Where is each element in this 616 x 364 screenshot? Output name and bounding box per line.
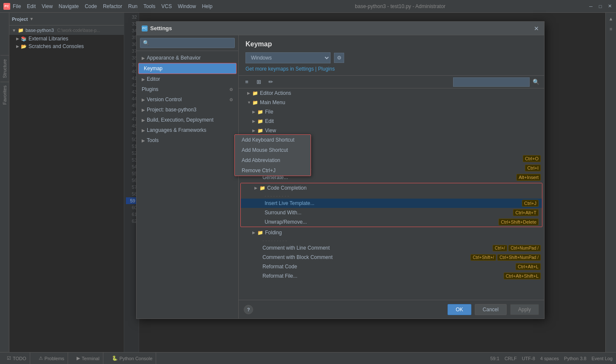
sort-by-shortcut-btn[interactable]: ≡ bbox=[242, 77, 251, 87]
nav-keymap[interactable]: Keymap bbox=[138, 63, 237, 74]
nav-editor[interactable]: ▶ Editor bbox=[137, 74, 238, 84]
project-root[interactable]: ▼ 📁 base-python3 C:\work-code\base-p... bbox=[9, 26, 124, 35]
menu-edit[interactable]: Edit bbox=[27, 3, 36, 9]
context-remove-shortcut[interactable]: Remove Ctrl+J bbox=[235, 165, 311, 176]
sidebar-item-external-libraries[interactable]: ▶ 📚 External Libraries bbox=[9, 35, 124, 43]
nav-appearance[interactable]: ▶ Appearance & Behavior bbox=[137, 53, 238, 63]
python-console-label: Python Console bbox=[120, 356, 153, 361]
label-unwrap-remove: Unwrap/Remove... bbox=[265, 219, 307, 225]
status-bar: ☑ TODO ⚠ Problems ▶ Terminal 🐍 Python Co… bbox=[0, 352, 616, 364]
shortcut-insert-live: Ctrl+J bbox=[522, 200, 539, 207]
keymap-scheme-select[interactable]: Windows macOS Default for XWin Emacs Ecl… bbox=[245, 52, 331, 63]
tree-code-completion[interactable]: ▶ 📁 Code Completion bbox=[241, 183, 542, 193]
event-log[interactable]: Event Log bbox=[591, 356, 613, 361]
line-separator[interactable]: CRLF bbox=[505, 356, 517, 361]
plugins-icon: ⚙ bbox=[229, 87, 233, 92]
expand-all-btn[interactable]: ⊞ bbox=[254, 77, 263, 87]
minimize-button[interactable]: ─ bbox=[588, 3, 594, 9]
context-popup-menu: Add Keyboard Shortcut Add Mouse Shortcut… bbox=[234, 134, 311, 176]
context-add-mouse-shortcut[interactable]: Add Mouse Shortcut bbox=[235, 145, 311, 155]
settings-search-input[interactable] bbox=[140, 38, 235, 48]
separator-2: - - - - - - - - - bbox=[239, 237, 544, 243]
menu-tools[interactable]: Tools bbox=[143, 3, 155, 9]
dialog-body: ▶ Appearance & Behavior Keymap ▶ Editor … bbox=[137, 35, 544, 318]
shortcut-ctrl-shift-slash: Ctrl+Shift+/ bbox=[471, 254, 496, 261]
tree-unwrap-remove[interactable]: Unwrap/Remove... Ctrl+Shift+Delete bbox=[241, 217, 542, 227]
help-button[interactable]: ? bbox=[244, 305, 253, 314]
search-action-btn[interactable]: 🔍 bbox=[531, 77, 541, 87]
menu-help[interactable]: Help bbox=[202, 3, 213, 9]
sidebar-item-scratches[interactable]: ▶ 📂 Scratches and Consoles bbox=[9, 43, 124, 50]
keymap-gear-button[interactable]: ⚙ bbox=[334, 53, 344, 63]
context-add-abbreviation[interactable]: Add Abbreviation bbox=[235, 155, 311, 165]
nav-vcs[interactable]: ▶ Version Control ⚙ bbox=[137, 94, 238, 105]
tree-main-menu[interactable]: ▼ 📁 Main Menu bbox=[239, 98, 544, 107]
keymap-search-input[interactable] bbox=[453, 77, 530, 87]
todo-tab[interactable]: ☑ TODO bbox=[3, 353, 30, 364]
label-comment-block: Comment with Block Comment bbox=[262, 254, 333, 260]
tree-reformat-file[interactable]: Reformat File... Ctrl+Alt+Shift+L bbox=[239, 271, 544, 281]
app-logo: PC bbox=[3, 3, 10, 10]
menu-run[interactable]: Run bbox=[128, 3, 137, 9]
tree-view[interactable]: ▶ 📁 View bbox=[239, 126, 544, 135]
close-button[interactable]: ✕ bbox=[607, 3, 613, 9]
keymap-tree[interactable]: ▶ 📁 Editor Actions ▼ 📁 Main Menu ▶ 📁 Fil… bbox=[239, 88, 544, 300]
tree-edit[interactable]: ▶ 📁 Edit bbox=[239, 117, 544, 126]
keymap-links: Get more keymaps in Settings | Plugins bbox=[245, 66, 537, 72]
edit-shortcut-btn[interactable]: ✏ bbox=[266, 77, 275, 87]
encoding[interactable]: UTF-8 bbox=[522, 356, 535, 361]
nav-plugins[interactable]: Plugins ⚙ bbox=[137, 84, 238, 94]
label-file: File bbox=[265, 109, 273, 115]
todo-label: TODO bbox=[13, 356, 26, 361]
menu-bar[interactable]: File Edit View Navigate Code Refactor Ru… bbox=[13, 3, 212, 9]
menu-navigate[interactable]: Navigate bbox=[59, 3, 79, 9]
label-main-menu: Main Menu bbox=[260, 100, 285, 105]
tree-reformat-code[interactable]: Reformat Code Ctrl+Alt+L bbox=[239, 262, 544, 271]
python-version[interactable]: Python 3.8 bbox=[564, 356, 587, 361]
python-console-tab[interactable]: 🐍 Python Console bbox=[108, 353, 157, 364]
terminal-tab[interactable]: ▶ Terminal bbox=[73, 353, 103, 364]
menu-view[interactable]: View bbox=[42, 3, 53, 9]
tree-folding[interactable]: ▶ 📁 Folding bbox=[239, 228, 544, 237]
vtab-favorites[interactable]: Favorites bbox=[0, 82, 9, 108]
vtab-structure[interactable]: Structure bbox=[0, 55, 9, 82]
window-controls[interactable]: ─ □ ✕ bbox=[588, 3, 613, 9]
arrow-edit: ▶ bbox=[252, 119, 257, 123]
problems-tab[interactable]: ⚠ Problems bbox=[35, 353, 68, 364]
tree-file[interactable]: ▶ 📁 File bbox=[239, 107, 544, 117]
maximize-button[interactable]: □ bbox=[597, 3, 603, 9]
right-panel-btn-2[interactable]: ≡ bbox=[607, 25, 615, 33]
right-panel-btn-1[interactable]: ▲ bbox=[607, 14, 615, 23]
get-keymaps-link[interactable]: Get more keymaps in Settings bbox=[245, 66, 314, 72]
sidebar-toolbar: Project ▼ bbox=[9, 13, 124, 26]
tree-comment-line[interactable]: Comment with Line Comment Ctrl+/ Ctrl+Nu… bbox=[239, 243, 544, 253]
tree-insert-live-template[interactable]: Insert Live Template... Ctrl+J bbox=[241, 199, 542, 208]
apply-button[interactable]: Apply bbox=[510, 304, 539, 315]
menu-code[interactable]: Code bbox=[85, 3, 97, 9]
label-edit: Edit bbox=[265, 118, 274, 124]
tree-comment-block[interactable]: Comment with Block Comment Ctrl+Shift+/ … bbox=[239, 253, 544, 262]
nav-build[interactable]: ▶ Build, Execution, Deployment bbox=[137, 115, 238, 125]
nav-project[interactable]: ▶ Project: base-python3 bbox=[137, 105, 238, 115]
cancel-button[interactable]: Cancel bbox=[475, 304, 507, 315]
dialog-close-button[interactable]: ✕ bbox=[534, 25, 539, 32]
shortcut-numpad-slash: Ctrl+NumPad / bbox=[508, 245, 541, 251]
shortcut-implement: Ctrl+I bbox=[525, 165, 541, 171]
project-sidebar: Project ▼ ▼ 📁 base-python3 C:\work-code\… bbox=[9, 13, 124, 352]
context-add-keyboard-shortcut[interactable]: Add Keyboard Shortcut bbox=[235, 135, 311, 145]
indent-info[interactable]: 4 spaces bbox=[540, 356, 559, 361]
menu-vcs[interactable]: VCS bbox=[161, 3, 172, 9]
terminal-label: Terminal bbox=[82, 356, 100, 361]
tree-editor-actions[interactable]: ▶ 📁 Editor Actions bbox=[239, 88, 544, 98]
keymap-title: Keymap bbox=[245, 40, 537, 48]
menu-window[interactable]: Window bbox=[178, 3, 196, 9]
ok-button[interactable]: OK bbox=[448, 304, 471, 315]
menu-refactor[interactable]: Refactor bbox=[103, 3, 122, 9]
plugins-link[interactable]: Plugins bbox=[318, 66, 335, 72]
project-label[interactable]: Project bbox=[12, 17, 28, 22]
nav-languages[interactable]: ▶ Languages & Frameworks bbox=[137, 125, 238, 135]
settings-nav-panel: ▶ Appearance & Behavior Keymap ▶ Editor … bbox=[137, 35, 239, 318]
nav-tools[interactable]: ▶ Tools bbox=[137, 135, 238, 145]
menu-file[interactable]: File bbox=[13, 3, 21, 9]
tree-surround-with[interactable]: Surround With... Ctrl+Alt+T bbox=[241, 208, 542, 217]
